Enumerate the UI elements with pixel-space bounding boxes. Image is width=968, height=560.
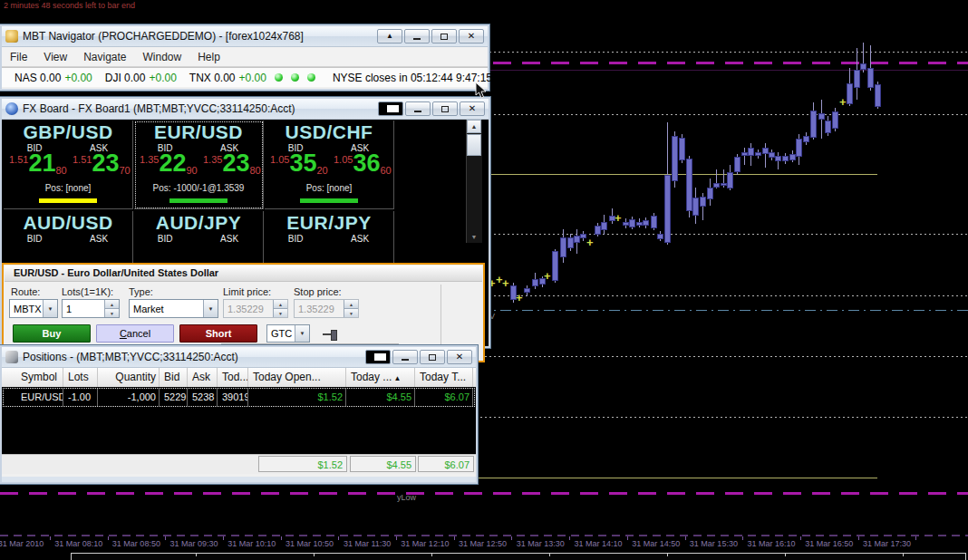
col-symbol[interactable]: Symbol bbox=[18, 368, 63, 387]
navigator-close-button[interactable]: ✕ bbox=[459, 29, 484, 43]
candle bbox=[832, 111, 838, 129]
col-ask[interactable]: Ask bbox=[189, 368, 218, 387]
lots-spinner[interactable]: ▲ ▼ bbox=[104, 300, 119, 317]
ask-price[interactable]: 1.053660 bbox=[334, 153, 392, 176]
stop-spinner: ▲▼ bbox=[344, 300, 358, 317]
navigator-min-button[interactable] bbox=[404, 29, 430, 43]
position-row[interactable]: EUR/USD-1.00-1,0005229523839019$1.52$4.5… bbox=[3, 388, 475, 407]
fx-pair-label: EUR/USD bbox=[134, 121, 263, 143]
fx-board-max-button[interactable] bbox=[432, 101, 458, 116]
fx-board-min-button[interactable] bbox=[405, 101, 431, 116]
fx-panel-eurjpy[interactable]: EUR/JPYBIDASK bbox=[265, 211, 394, 264]
fx-scrollbar[interactable]: ▲ ▼ bbox=[466, 120, 482, 243]
fx-panel-audjpy[interactable]: AUD/JPYBIDASK bbox=[134, 211, 264, 264]
spin-down-icon[interactable]: ▼ bbox=[105, 308, 119, 317]
positions-max-button[interactable] bbox=[420, 350, 445, 364]
tif-select[interactable]: GTC ▼ bbox=[266, 324, 310, 343]
candle bbox=[748, 148, 754, 156]
candle bbox=[651, 216, 657, 228]
candle bbox=[860, 63, 866, 70]
col-today-t[interactable]: Today T... bbox=[417, 368, 473, 387]
total-cell: $6.07 bbox=[418, 456, 474, 472]
candle bbox=[713, 183, 720, 188]
candle bbox=[734, 157, 741, 172]
buy-button[interactable]: Buy bbox=[13, 324, 91, 343]
short-button[interactable]: Short bbox=[179, 324, 257, 343]
stop-label: Stop price: bbox=[294, 286, 342, 297]
chart-text-ylow: yLow bbox=[397, 493, 416, 502]
positions-close-button[interactable]: ✕ bbox=[447, 350, 472, 364]
menu-item-navigate[interactable]: Navigate bbox=[75, 51, 134, 63]
cell-quantity: -1,000 bbox=[100, 389, 160, 406]
bottom-bar-tick bbox=[314, 554, 315, 556]
scroll-down-button[interactable]: ▼ bbox=[467, 230, 481, 243]
fx-board-black-inner bbox=[387, 105, 399, 112]
axis-tick-label: 31 Mar 12:50 bbox=[451, 539, 515, 548]
menu-item-help[interactable]: Help bbox=[189, 51, 228, 63]
axis-tick-label: 31 Mar 11:30 bbox=[335, 539, 399, 548]
ask-price[interactable]: 1.512370 bbox=[73, 153, 131, 176]
pin-icon[interactable] bbox=[323, 330, 339, 339]
fx-board-titlebar[interactable]: FX Board - FX Board1 (MBT;MBT;YVCC;33114… bbox=[2, 99, 489, 120]
bid-price[interactable]: 1.053520 bbox=[270, 153, 328, 176]
minimize-icon bbox=[413, 38, 421, 40]
total-cell: $4.55 bbox=[350, 456, 416, 472]
fx-panel-eurusd[interactable]: EUR/USDBIDASK1.3522901.352380Pos: -1000/… bbox=[134, 121, 264, 209]
fx-board-black-button[interactable] bbox=[378, 101, 403, 116]
scrollbar-thumb[interactable] bbox=[467, 134, 481, 156]
candle bbox=[755, 152, 761, 156]
navigator-up-button[interactable]: ▲ bbox=[377, 29, 402, 43]
candle bbox=[700, 197, 706, 207]
ask-price[interactable]: 1.352380 bbox=[203, 153, 261, 176]
order-type-select[interactable]: Market ▼ bbox=[129, 299, 218, 318]
navigator-max-button[interactable] bbox=[431, 29, 457, 43]
positions-min-button[interactable] bbox=[392, 350, 418, 364]
fx-panel-gbpusd[interactable]: GBP/USDBIDASK1.5121801.512370Pos: [none] bbox=[4, 121, 133, 209]
candle-wick bbox=[744, 148, 745, 165]
positions-table-header: SymbolLotsQuantityBidAskTod...Today Open… bbox=[2, 368, 476, 388]
bid-price[interactable]: 1.352290 bbox=[140, 153, 198, 176]
positions-titlebar[interactable]: Positions - (MBT;MBT;YVCC;33114250:Acct)… bbox=[2, 347, 476, 368]
cell-today-t: $6.07 bbox=[417, 389, 473, 406]
route-select[interactable]: MBTX ▼ bbox=[9, 299, 58, 318]
navigator-titlebar[interactable]: MBT Navigator (PROCHARGEDDEMO) - [forex1… bbox=[2, 26, 488, 47]
fx-pair-label: USD/CHF bbox=[265, 121, 393, 143]
bid-price[interactable]: 1.512180 bbox=[9, 153, 67, 176]
col-today-open[interactable]: Today Open... bbox=[250, 368, 346, 387]
col-today[interactable]: Today ... ▲ bbox=[348, 368, 415, 387]
menu-item-window[interactable]: Window bbox=[135, 51, 190, 63]
col-bid[interactable]: Bid bbox=[161, 368, 188, 387]
spin-up-icon[interactable]: ▲ bbox=[105, 300, 119, 308]
positions-icon bbox=[5, 351, 18, 363]
menu-item-file[interactable]: File bbox=[2, 51, 35, 63]
ticker-tnx: TNX 0.00+0.00 bbox=[189, 72, 266, 84]
type-dropdown-arrow-icon[interactable]: ▼ bbox=[203, 300, 218, 317]
axis-tick-label: 31 Mar 14:50 bbox=[624, 539, 688, 548]
fx-bidask-labels: BIDASK bbox=[265, 234, 393, 244]
candle bbox=[867, 68, 874, 88]
fx-panel-usdchf[interactable]: USD/CHFBIDASK1.0535201.053660Pos: [none] bbox=[265, 121, 394, 209]
mouse-cursor bbox=[475, 82, 487, 102]
fx-position-bar bbox=[169, 198, 227, 203]
route-dropdown-arrow-icon[interactable]: ▼ bbox=[43, 300, 57, 317]
scroll-up-button[interactable]: ▲ bbox=[467, 120, 481, 133]
positions-window-frame bbox=[2, 477, 476, 482]
fx-panel-audusd[interactable]: AUD/USDBIDASK bbox=[4, 211, 133, 264]
lots-input[interactable]: 1 ▲ ▼ bbox=[62, 299, 120, 318]
col-tod[interactable]: Tod... bbox=[219, 368, 248, 387]
close-icon: ✕ bbox=[469, 104, 476, 113]
fx-board-close-button[interactable]: ✕ bbox=[460, 101, 485, 116]
col-lots[interactable]: Lots bbox=[65, 368, 98, 387]
positions-black-button[interactable] bbox=[365, 350, 391, 364]
candle bbox=[854, 70, 860, 88]
maximize-icon bbox=[441, 106, 449, 112]
col-quantity[interactable]: Quantity bbox=[100, 368, 160, 387]
axis-tick-label: 31 Mar 12:10 bbox=[393, 539, 457, 548]
stop-price-input: 1.35229 ▲▼ bbox=[294, 299, 359, 318]
cancel-button[interactable]: Cancel bbox=[96, 324, 174, 343]
menu-item-view[interactable]: View bbox=[35, 51, 75, 63]
cell-bid: 5229 bbox=[161, 389, 188, 406]
trading-desktop: +++++++++t1PVyLow31 Mar 201031 Mar 08:10… bbox=[0, 0, 968, 560]
status-led-icon bbox=[275, 73, 283, 82]
tif-dropdown-arrow-icon[interactable]: ▼ bbox=[295, 325, 309, 342]
